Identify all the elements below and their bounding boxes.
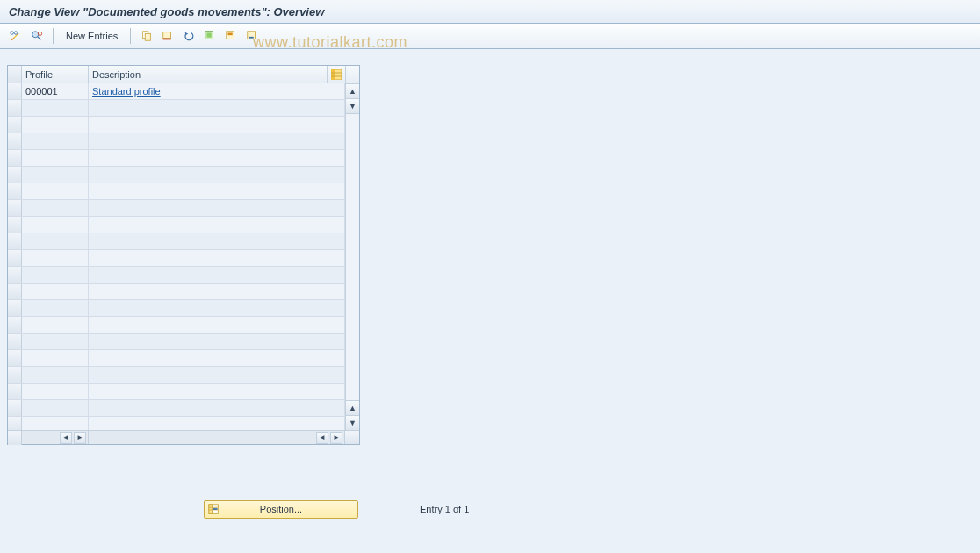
cell-profile[interactable]: 000001 (22, 83, 89, 99)
row-selector[interactable] (8, 200, 22, 216)
svg-rect-14 (249, 37, 254, 39)
cell-profile (22, 284, 89, 299)
scroll-up-button[interactable]: ▲ (346, 84, 359, 99)
cell-profile (22, 167, 89, 183)
table-row (8, 167, 345, 183)
hscroll-corner-right (344, 431, 359, 444)
table-row (8, 100, 345, 117)
row-selector[interactable] (8, 250, 22, 266)
row-selector[interactable] (8, 317, 22, 333)
row-selector[interactable] (8, 167, 22, 183)
position-button[interactable]: Position... (204, 500, 358, 519)
svg-rect-7 (163, 32, 171, 39)
hscroll-profile-col: ◄ ► (22, 431, 89, 444)
table-body: 000001Standard profile (8, 83, 345, 430)
table-row (8, 284, 345, 300)
find-icon (31, 30, 43, 42)
copy-as-button[interactable] (138, 27, 155, 45)
row-selector[interactable] (8, 117, 22, 133)
title-bar: Change View "Documented goods movements"… (0, 0, 980, 24)
select-all-button[interactable] (201, 27, 219, 45)
row-selector[interactable] (8, 400, 22, 416)
row-selector[interactable] (8, 367, 22, 383)
row-selector[interactable] (8, 100, 22, 116)
position-button-label: Position... (260, 504, 302, 514)
cell-description (89, 367, 345, 383)
svg-rect-12 (228, 33, 233, 36)
hscroll-profile-left[interactable]: ◄ (60, 432, 72, 444)
cell-description (89, 200, 345, 216)
other-view-button[interactable] (28, 27, 46, 45)
scroll-up-step-button[interactable]: ▲ (346, 400, 359, 415)
row-selector[interactable] (8, 150, 22, 166)
table-row (8, 117, 345, 133)
row-selector[interactable] (8, 300, 22, 316)
hscroll-desc-left[interactable]: ◄ (316, 432, 328, 444)
table-row (8, 150, 345, 167)
table-row (8, 334, 345, 350)
scroll-down-button[interactable]: ▼ (346, 415, 359, 430)
table-row (8, 400, 345, 417)
cell-description (89, 417, 345, 430)
new-entries-button[interactable]: New Entries (61, 27, 123, 45)
description-link[interactable]: Standard profile (92, 86, 161, 97)
cell-description (89, 183, 345, 199)
hscroll-profile-right[interactable]: ► (74, 432, 86, 444)
column-header-description[interactable]: Description (89, 66, 328, 83)
row-selector[interactable] (8, 83, 22, 99)
footer: Position... Entry 1 of 1 (0, 496, 980, 522)
cell-description (89, 267, 345, 283)
hscroll-corner-left (8, 431, 22, 445)
content-area: Profile Description 000001Stan (0, 49, 980, 445)
table-row (8, 384, 345, 400)
select-block-button[interactable] (222, 27, 240, 45)
row-selector[interactable] (8, 384, 22, 399)
scroll-down-step-button[interactable]: ▼ (346, 99, 359, 114)
horizontal-scrollbar: ◄ ► ◄ ► (8, 430, 359, 444)
cell-profile (22, 250, 89, 266)
row-selector[interactable] (8, 233, 22, 249)
cell-profile (22, 183, 89, 199)
row-selector[interactable] (8, 267, 22, 283)
toolbar: New Entries (0, 24, 980, 49)
undo-change-button[interactable] (180, 27, 198, 45)
scroll-track[interactable] (346, 114, 359, 400)
svg-line-3 (38, 37, 41, 40)
cell-description (89, 384, 345, 399)
cell-profile (22, 133, 89, 149)
column-header-profile[interactable]: Profile (22, 66, 89, 83)
table-row (8, 183, 345, 200)
cell-description (89, 250, 345, 266)
table-row (8, 233, 345, 250)
table-row (8, 217, 345, 233)
table-row (8, 367, 345, 384)
toolbar-separator (53, 28, 54, 44)
cell-description[interactable]: Standard profile (89, 83, 345, 99)
row-selector[interactable] (8, 284, 22, 299)
hscroll-desc-right[interactable]: ► (330, 432, 342, 444)
row-selector[interactable] (8, 417, 22, 430)
svg-rect-20 (209, 505, 213, 514)
hscroll-desc-col: ◄ ► (89, 431, 344, 444)
cell-description (89, 133, 345, 149)
row-selector[interactable] (8, 133, 22, 149)
svg-point-1 (14, 32, 18, 35)
row-selector[interactable] (8, 217, 22, 233)
row-selector[interactable] (8, 183, 22, 199)
cell-profile (22, 233, 89, 249)
deselect-all-button[interactable] (243, 27, 261, 45)
cell-profile (22, 300, 89, 316)
page-title: Change View "Documented goods movements"… (9, 5, 324, 18)
table-row (8, 250, 345, 267)
pencil-glasses-icon (10, 30, 22, 42)
table-header-row: Profile Description (8, 66, 345, 83)
toggle-display-change-button[interactable] (7, 27, 25, 45)
table-settings-button[interactable] (328, 66, 345, 83)
delete-button[interactable] (159, 27, 177, 45)
row-selector[interactable] (8, 350, 22, 366)
vertical-scrollbar[interactable]: ▲ ▼ ▲ ▼ (345, 66, 359, 430)
cell-profile (22, 150, 89, 166)
row-selector[interactable] (8, 334, 22, 349)
row-selector-header[interactable] (8, 66, 22, 83)
delete-row-icon (162, 30, 174, 42)
